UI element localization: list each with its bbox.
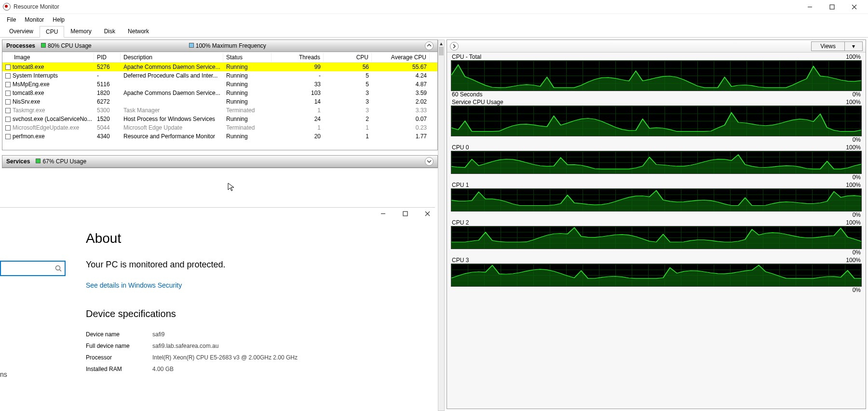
row-checkbox[interactable] (5, 73, 11, 79)
scroll-thumb[interactable] (439, 47, 444, 55)
cpu-usage-icon (41, 43, 46, 48)
graph-block: CPU 1100%0% (451, 182, 862, 218)
spec-label: Processor (86, 354, 152, 361)
tab-disk[interactable]: Disk (98, 26, 122, 37)
proc-cpu: 5 (324, 72, 372, 80)
proc-pid: - (94, 72, 121, 80)
proc-desc: Deferred Procedure Calls and Inter... (121, 72, 223, 80)
svg-rect-0 (830, 5, 834, 9)
row-checkbox[interactable] (5, 99, 11, 105)
about-minimize-button[interactable] (378, 209, 388, 218)
collapse-processes-button[interactable] (425, 41, 434, 50)
svg-rect-1 (403, 212, 407, 216)
table-row[interactable]: svchost.exe (LocalServiceNo...1520Host P… (2, 115, 437, 123)
row-checkbox[interactable] (5, 91, 11, 96)
chevron-down-icon: ▾ (844, 42, 862, 51)
sidebar-fragment[interactable]: ns (0, 371, 7, 378)
graph-bottom-right: 0% (853, 212, 861, 218)
table-row[interactable]: NisSrv.exe6272Running1432.02 (2, 97, 437, 106)
col-status[interactable]: Status (223, 53, 271, 62)
about-maximize-button[interactable] (400, 209, 410, 218)
tab-cpu[interactable]: CPU (40, 26, 64, 38)
row-checkbox[interactable] (5, 125, 11, 131)
max-freq-text: 100% Maximum Frequency (196, 42, 266, 49)
maximize-button[interactable] (821, 0, 843, 13)
proc-image: tomcat8.exe (13, 64, 44, 70)
row-checkbox[interactable] (5, 108, 11, 113)
row-checkbox[interactable] (5, 65, 11, 70)
table-row[interactable]: System Interrupts-Deferred Procedure Cal… (2, 71, 437, 80)
expand-graphs-button[interactable] (450, 42, 459, 51)
table-row[interactable]: tomcat8.exe1820Apache Commons Daemon Ser… (2, 89, 437, 97)
windows-security-link[interactable]: See details in Windows Security (86, 281, 316, 289)
proc-cpu: 3 (324, 106, 372, 114)
graph-top-label: 100% (846, 182, 861, 188)
graph-top-label: 100% (846, 219, 861, 226)
left-scrollbar[interactable]: ▲ (438, 40, 445, 411)
proc-pid: 6272 (94, 98, 121, 106)
proc-cpu: 2 (324, 115, 372, 123)
proc-image: svchost.exe (LocalServiceNo... (13, 116, 92, 122)
menu-monitor[interactable]: Monitor (21, 15, 48, 24)
tab-memory[interactable]: Memory (64, 26, 97, 37)
proc-pid: 5044 (94, 124, 121, 132)
minimize-button[interactable] (799, 0, 821, 13)
row-checkbox[interactable] (5, 117, 11, 122)
spec-row: Full device namesafi9.lab.safearea.com.a… (86, 343, 316, 349)
graph-top-label: 100% (846, 257, 861, 264)
row-checkbox[interactable] (5, 82, 11, 87)
proc-status: Running (223, 80, 271, 88)
col-cpu[interactable]: CPU (324, 53, 372, 62)
proc-cpu: 1 (324, 133, 372, 140)
table-row[interactable]: tomcat8.exe5276Apache Commons Daemon Ser… (2, 63, 437, 71)
proc-desc (121, 84, 223, 85)
tab-network[interactable]: Network (122, 26, 155, 37)
close-button[interactable] (843, 0, 865, 13)
proc-status: Running (223, 72, 271, 80)
col-avg[interactable]: Average CPU (372, 53, 430, 62)
proc-desc (121, 101, 223, 102)
about-close-button[interactable] (422, 209, 432, 218)
col-desc[interactable]: Description (121, 53, 223, 62)
graph-block: CPU - Total100%60 Seconds0% (451, 53, 862, 98)
menu-bar: File Monitor Help (0, 13, 868, 25)
graph-bottom-right: 0% (853, 136, 861, 143)
col-image[interactable]: Image (2, 53, 94, 62)
services-header[interactable]: Services 67% CPU Usage (2, 156, 437, 168)
col-pid[interactable]: PID (94, 53, 121, 62)
proc-image: NisSrv.exe (13, 98, 40, 105)
menu-help[interactable]: Help (49, 15, 68, 24)
expand-services-button[interactable] (425, 157, 434, 166)
proc-threads: 1 (271, 124, 324, 132)
menu-file[interactable]: File (3, 15, 20, 24)
tab-overview[interactable]: Overview (3, 26, 40, 37)
scroll-up-icon[interactable]: ▲ (438, 40, 444, 47)
tab-strip: Overview CPU Memory Disk Network (0, 25, 868, 38)
table-row[interactable]: MsMpEng.exe5116Running3354.87 (2, 80, 437, 89)
settings-search-input[interactable] (0, 261, 66, 276)
cpu-graph (451, 106, 862, 136)
table-row[interactable]: perfmon.exe4340Resource and Performance … (2, 132, 437, 141)
graph-title: CPU 3 (452, 257, 469, 264)
graph-top-label: 100% (846, 99, 861, 106)
about-subtitle: Your PC is monitored and protected. (86, 260, 316, 270)
graph-block: CPU 0100%0% (451, 144, 862, 181)
graph-top-label: 100% (846, 144, 861, 151)
proc-status: Running (223, 133, 271, 140)
processes-header[interactable]: Processes 80% CPU Usage 100% Maximum Fre… (2, 40, 437, 52)
spec-row: Installed RAM4.00 GB (86, 366, 316, 372)
services-usage-icon (36, 159, 41, 163)
col-threads[interactable]: Threads (271, 53, 324, 62)
views-dropdown[interactable]: Views ▾ (811, 41, 863, 51)
proc-avg: 3.33 (372, 106, 430, 114)
spec-label: Full device name (86, 343, 152, 349)
table-row[interactable]: Taskmgr.exe5300Task ManagerTerminated133… (2, 106, 437, 115)
proc-avg: 3.59 (372, 89, 430, 97)
table-row[interactable]: MicrosoftEdgeUpdate.exe5044Microsoft Edg… (2, 123, 437, 132)
magnifier-icon (55, 265, 62, 272)
cpu-graph (451, 60, 862, 91)
proc-pid: 1820 (94, 89, 121, 97)
proc-avg: 0.23 (372, 124, 430, 132)
proc-avg: 4.87 (372, 80, 430, 88)
row-checkbox[interactable] (5, 134, 11, 139)
